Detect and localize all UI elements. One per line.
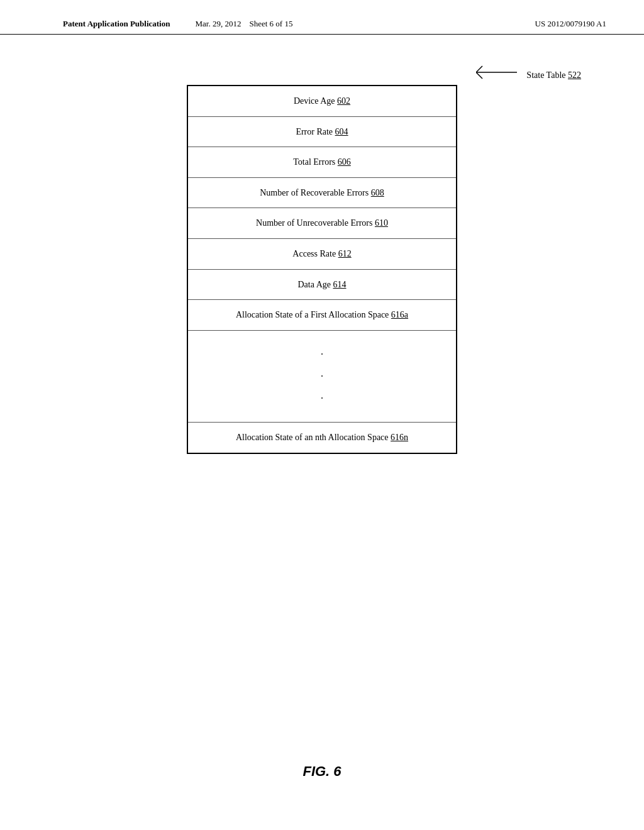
table-row: Number of Unrecoverable Errors 610 [188,208,456,239]
row-label: Total Errors [293,157,338,167]
row-label: Allocation State of a First Allocation S… [236,310,391,319]
row-ref: 616n [391,433,408,442]
state-table: Device Age 602 Error Rate 604 Total Erro… [187,85,457,454]
table-row: Allocation State of a First Allocation S… [188,300,456,331]
page-header: Patent Application Publication Mar. 29, … [0,0,644,35]
row-label: Number of Unrecoverable Errors [256,218,375,228]
row-ref: 608 [371,188,384,197]
table-row: Access Rate 612 [188,239,456,270]
main-content: Device Age 602 Error Rate 604 Total Erro… [0,85,644,454]
row-label: Data Age [298,280,333,289]
table-row: Number of Recoverable Errors 608 [188,178,456,209]
state-table-label: State Table 522 [526,70,581,80]
row-label: Access Rate [292,249,338,258]
row-label: Allocation State of an nth Allocation Sp… [236,433,391,442]
row-label: Number of Recoverable Errors [260,188,370,197]
state-table-ref: 522 [568,70,581,80]
row-label: Device Age [294,96,337,106]
table-row-last: Allocation State of an nth Allocation Sp… [188,423,456,453]
row-ref: 610 [375,218,388,228]
row-ref: 612 [338,249,352,258]
row-ref: 616a [391,310,408,319]
publication-label: Patent Application Publication [63,19,170,29]
continuation-dots: · · · [188,331,456,423]
row-ref: 614 [333,280,346,289]
table-row: Device Age 602 [188,86,456,117]
figure-caption: FIG. 6 [303,763,341,780]
state-table-callout: State Table 522 [476,63,581,88]
row-ref: 602 [337,96,350,106]
row-ref: 604 [335,127,348,136]
header-date: Mar. 29, 2012 Sheet 6 of 15 [195,19,292,29]
row-label: Error Rate [296,127,335,136]
row-ref: 606 [338,157,351,167]
table-row: Error Rate 604 [188,117,456,148]
header-patent: US 2012/0079190 A1 [535,19,606,29]
table-row: Data Age 614 [188,270,456,301]
table-row: Total Errors 606 [188,147,456,178]
callout-arrow [476,63,526,88]
